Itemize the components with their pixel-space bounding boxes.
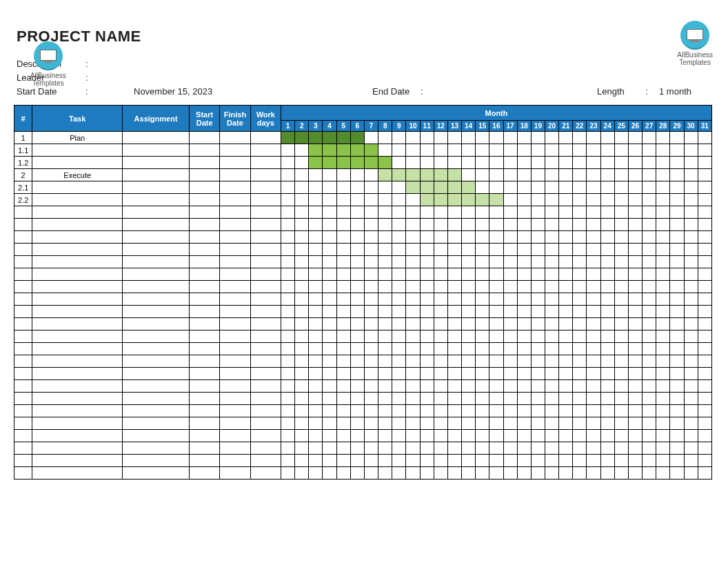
gantt-cell[interactable] xyxy=(684,169,698,181)
row-num[interactable] xyxy=(14,231,32,244)
gantt-cell[interactable] xyxy=(420,455,434,467)
gantt-cell[interactable] xyxy=(434,430,447,442)
gantt-cell[interactable] xyxy=(517,256,531,268)
gantt-cell[interactable] xyxy=(517,455,531,467)
gantt-cell[interactable] xyxy=(462,281,476,293)
gantt-cell[interactable] xyxy=(573,132,587,144)
gantt-cell[interactable] xyxy=(628,281,642,293)
row-assignment[interactable] xyxy=(123,405,190,417)
gantt-cell[interactable] xyxy=(309,157,323,169)
gantt-cell[interactable] xyxy=(489,467,503,480)
row-num[interactable] xyxy=(14,355,32,368)
gantt-cell[interactable] xyxy=(559,368,573,380)
gantt-cell[interactable] xyxy=(420,256,434,268)
gantt-cell[interactable] xyxy=(489,268,503,281)
gantt-cell[interactable] xyxy=(573,306,587,318)
row-num[interactable] xyxy=(14,318,32,330)
gantt-cell[interactable] xyxy=(503,132,517,144)
gantt-cell[interactable] xyxy=(670,467,684,480)
gantt-cell[interactable] xyxy=(559,442,573,455)
row-task[interactable] xyxy=(32,194,123,206)
row-num[interactable] xyxy=(14,343,32,355)
gantt-cell[interactable] xyxy=(670,293,684,306)
gantt-cell[interactable] xyxy=(628,293,642,306)
gantt-cell[interactable] xyxy=(462,368,476,380)
gantt-cell[interactable] xyxy=(350,281,364,293)
row-start[interactable] xyxy=(189,306,219,318)
gantt-cell[interactable] xyxy=(447,181,461,194)
gantt-cell[interactable] xyxy=(462,157,476,169)
gantt-cell[interactable] xyxy=(295,417,309,430)
row-start[interactable] xyxy=(189,244,219,256)
gantt-cell[interactable] xyxy=(295,293,309,306)
row-task[interactable] xyxy=(32,417,123,430)
gantt-cell[interactable] xyxy=(392,157,406,169)
gantt-cell[interactable] xyxy=(406,219,420,231)
row-finish[interactable] xyxy=(220,268,250,281)
gantt-cell[interactable] xyxy=(378,231,392,244)
gantt-cell[interactable] xyxy=(323,231,336,244)
row-work[interactable] xyxy=(250,380,281,393)
gantt-cell[interactable] xyxy=(323,132,336,144)
gantt-cell[interactable] xyxy=(614,355,628,368)
gantt-cell[interactable] xyxy=(476,417,489,430)
gantt-cell[interactable] xyxy=(420,442,434,455)
gantt-cell[interactable] xyxy=(406,244,420,256)
gantt-cell[interactable] xyxy=(476,268,489,281)
gantt-cell[interactable] xyxy=(420,355,434,368)
gantt-cell[interactable] xyxy=(392,380,406,393)
gantt-cell[interactable] xyxy=(447,380,461,393)
gantt-cell[interactable] xyxy=(531,455,545,467)
gantt-cell[interactable] xyxy=(295,256,309,268)
gantt-cell[interactable] xyxy=(336,442,350,455)
gantt-cell[interactable] xyxy=(503,430,517,442)
gantt-cell[interactable] xyxy=(364,244,378,256)
gantt-cell[interactable] xyxy=(420,318,434,330)
gantt-cell[interactable] xyxy=(670,219,684,231)
row-task[interactable] xyxy=(32,231,123,244)
gantt-cell[interactable] xyxy=(545,430,558,442)
row-task[interactable] xyxy=(32,281,123,293)
gantt-cell[interactable] xyxy=(531,467,545,480)
gantt-cell[interactable] xyxy=(684,430,698,442)
gantt-cell[interactable] xyxy=(281,442,295,455)
gantt-cell[interactable] xyxy=(476,430,489,442)
gantt-cell[interactable] xyxy=(600,132,614,144)
gantt-cell[interactable] xyxy=(350,405,364,417)
gantt-cell[interactable] xyxy=(684,244,698,256)
gantt-cell[interactable] xyxy=(670,343,684,355)
gantt-cell[interactable] xyxy=(614,219,628,231)
gantt-cell[interactable] xyxy=(489,293,503,306)
row-task[interactable] xyxy=(32,256,123,268)
gantt-cell[interactable] xyxy=(336,194,350,206)
gantt-cell[interactable] xyxy=(281,268,295,281)
row-task[interactable] xyxy=(32,393,123,405)
gantt-cell[interactable] xyxy=(628,355,642,368)
gantt-cell[interactable] xyxy=(350,169,364,181)
gantt-cell[interactable] xyxy=(406,144,420,157)
row-finish[interactable] xyxy=(220,281,250,293)
gantt-cell[interactable] xyxy=(545,169,558,181)
gantt-cell[interactable] xyxy=(600,293,614,306)
gantt-cell[interactable] xyxy=(614,368,628,380)
gantt-cell[interactable] xyxy=(670,442,684,455)
gantt-cell[interactable] xyxy=(309,405,323,417)
gantt-cell[interactable] xyxy=(434,405,447,417)
gantt-cell[interactable] xyxy=(643,144,656,157)
row-work[interactable] xyxy=(250,219,281,231)
gantt-cell[interactable] xyxy=(489,181,503,194)
gantt-cell[interactable] xyxy=(434,417,447,430)
gantt-cell[interactable] xyxy=(698,380,711,393)
gantt-cell[interactable] xyxy=(476,244,489,256)
gantt-cell[interactable] xyxy=(489,144,503,157)
gantt-cell[interactable] xyxy=(628,219,642,231)
gantt-cell[interactable] xyxy=(628,343,642,355)
row-work[interactable] xyxy=(250,405,281,417)
row-assignment[interactable] xyxy=(123,231,190,244)
gantt-cell[interactable] xyxy=(656,256,670,268)
row-num[interactable] xyxy=(14,219,32,231)
gantt-cell[interactable] xyxy=(489,455,503,467)
row-assignment[interactable] xyxy=(123,455,190,467)
row-finish[interactable] xyxy=(220,430,250,442)
row-assignment[interactable] xyxy=(123,380,190,393)
